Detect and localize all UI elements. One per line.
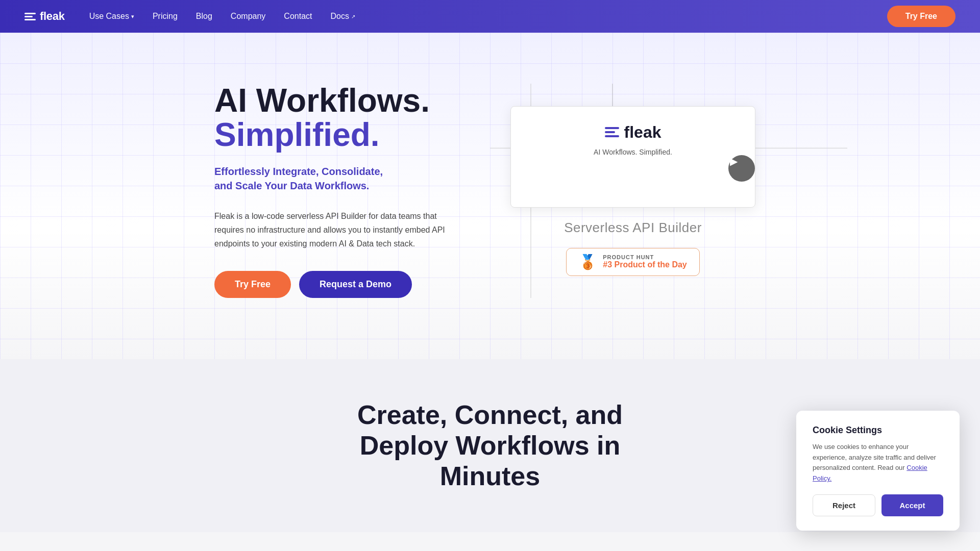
nav-link-use-cases[interactable]: Use Cases ▾: [89, 12, 134, 21]
logo-icon: [24, 13, 36, 20]
medal-icon: 🥉: [579, 254, 597, 270]
navigation: fleak Use Cases ▾ Pricing Blog Company C…: [0, 0, 980, 33]
hero-content-left: AI Workflows. Simplified. Effortlessly I…: [214, 84, 470, 298]
hero-subtitle: Effortlessly Integrate, Consolidate,and …: [214, 164, 470, 193]
product-hunt-badge: 🥉 PRODUCT HUNT #3 Product of the Day: [566, 248, 699, 276]
hero-content-right: fleak AI Workflows. Simplified. Serverle…: [500, 106, 766, 276]
product-hunt-rank: #3 Product of the Day: [603, 260, 687, 269]
cookie-banner: Cookie Settings We use cookies to enhanc…: [796, 411, 960, 531]
play-button[interactable]: [728, 155, 755, 182]
nav-links: Use Cases ▾ Pricing Blog Company Contact…: [89, 12, 355, 21]
video-logo: fleak: [605, 123, 662, 142]
hero-title-line1: AI Workflows.: [214, 84, 470, 118]
hero-demo-button[interactable]: Request a Demo: [299, 271, 412, 298]
product-hunt-text: PRODUCT HUNT #3 Product of the Day: [603, 254, 687, 269]
hero-description: Fleak is a low-code serverless API Build…: [214, 209, 459, 251]
nav-try-free-button[interactable]: Try Free: [887, 6, 955, 27]
video-logo-text: fleak: [624, 123, 662, 142]
logo-text: fleak: [40, 10, 65, 23]
hero-title-line2: Simplified.: [214, 118, 470, 152]
video-logo-icon: [605, 127, 619, 137]
nav-link-docs[interactable]: Docs↗: [330, 12, 355, 21]
cookie-description: We use cookies to enhance your experienc…: [813, 442, 943, 484]
cookie-accept-button[interactable]: Accept: [881, 494, 943, 516]
cookie-buttons: Reject Accept: [813, 494, 943, 516]
nav-link-pricing[interactable]: Pricing: [153, 12, 178, 21]
external-link-icon: ↗: [351, 14, 355, 19]
section2-title: Create, Connect, and Deploy Workflows in…: [311, 400, 669, 491]
logo[interactable]: fleak: [24, 10, 65, 23]
nav-link-blog[interactable]: Blog: [196, 12, 212, 21]
hero-try-free-button[interactable]: Try Free: [214, 271, 291, 298]
product-hunt-label: PRODUCT HUNT: [603, 254, 687, 260]
video-card: fleak AI Workflows. Simplified.: [510, 106, 755, 208]
nav-link-company[interactable]: Company: [231, 12, 265, 21]
nav-link-contact[interactable]: Contact: [284, 12, 312, 21]
chevron-down-icon: ▾: [131, 13, 134, 20]
cookie-reject-button[interactable]: Reject: [813, 494, 875, 516]
cookie-title: Cookie Settings: [813, 425, 943, 436]
video-tagline: AI Workflows. Simplified.: [594, 148, 672, 156]
hero-section: AI Workflows. Simplified. Effortlessly I…: [0, 33, 980, 359]
hero-cta-buttons: Try Free Request a Demo: [214, 271, 470, 298]
serverless-api-label: Serverless API Builder: [564, 220, 702, 236]
